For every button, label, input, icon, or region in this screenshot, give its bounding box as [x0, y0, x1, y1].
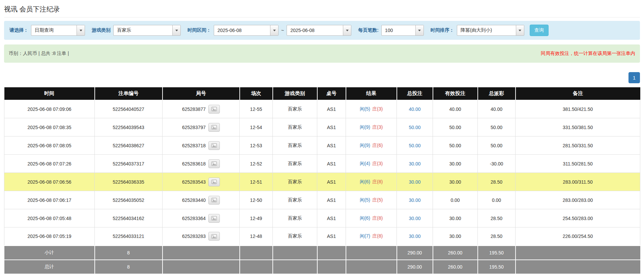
- chevron-down-icon[interactable]: [172, 25, 180, 35]
- cell-payout: 28.50: [478, 173, 516, 191]
- chevron-down-icon[interactable]: [415, 25, 423, 35]
- cell-round: 625283718: [163, 136, 240, 155]
- player-result: 闲(5): [360, 106, 370, 112]
- cell-game-type: 百家乐: [273, 173, 317, 191]
- date-range-separator: ~: [281, 28, 284, 33]
- date-from-select[interactable]: 2025-06-08: [214, 25, 279, 36]
- banker-result: 庄(8): [372, 179, 383, 184]
- round-number: 625283718: [182, 143, 206, 148]
- image-icon: [211, 216, 217, 220]
- view-result-button[interactable]: [208, 105, 220, 114]
- header-table: 桌号: [317, 87, 346, 100]
- sort-value: 降冪(由大到小): [457, 25, 516, 35]
- chevron-down-icon[interactable]: [516, 25, 524, 35]
- view-result-button[interactable]: [208, 123, 220, 132]
- total-bet-link[interactable]: 30.00: [409, 234, 420, 239]
- sort-select[interactable]: 降冪(由大到小): [457, 25, 524, 36]
- view-result-button[interactable]: [208, 196, 220, 205]
- image-icon: [211, 198, 217, 202]
- chevron-down-icon[interactable]: [343, 25, 351, 35]
- cell-remark: 281.50/331.50: [516, 136, 640, 155]
- cell-valid-bet: 50.00: [433, 136, 478, 155]
- round-number: 625283797: [182, 125, 206, 130]
- cell-round: 625283440: [163, 191, 240, 209]
- cell-time: 2025-06-08 07:08:05: [4, 136, 95, 155]
- total-bet-link[interactable]: 40.00: [409, 106, 420, 112]
- currency-summary: 币别：人民币 | 总共 :8 注单 |: [9, 51, 69, 57]
- page-button-1[interactable]: 1: [628, 72, 640, 83]
- total-count: 8: [95, 260, 163, 274]
- cell-time: 2025-06-08 07:06:56: [4, 173, 95, 191]
- cell-time: 2025-06-08 07:06:17: [4, 191, 95, 209]
- cell-bet-id: 522564037317: [95, 155, 163, 173]
- cell-session: 12-48: [240, 227, 273, 246]
- subtotal-empty: [346, 246, 397, 260]
- page-size-select[interactable]: 100: [381, 25, 424, 36]
- banker-result: 庄(5): [372, 197, 383, 203]
- total-empty: [317, 260, 346, 274]
- total-bet-link[interactable]: 50.00: [409, 125, 420, 130]
- date-range-label: 时间区间：: [187, 27, 211, 33]
- cell-table: AS1: [317, 173, 346, 191]
- chevron-down-icon[interactable]: [77, 25, 85, 35]
- round-number: 625283364: [182, 216, 206, 221]
- cell-bet-id: 522564035052: [95, 191, 163, 209]
- cell-game-type: 百家乐: [273, 118, 317, 136]
- query-type-value: 日期查询: [31, 25, 77, 35]
- game-type-select[interactable]: 百家乐: [113, 25, 181, 36]
- cell-total-bet: 30.00: [397, 173, 433, 191]
- header-valid-bet: 有效投注: [433, 87, 478, 100]
- cell-game-type: 百家乐: [273, 136, 317, 155]
- cell-payout: 28.50: [478, 209, 516, 227]
- cell-total-bet: 30.00: [397, 191, 433, 209]
- subtotal-label: 小计: [4, 246, 95, 260]
- header-session: 场次: [240, 87, 273, 100]
- banker-result: 庄(3): [372, 124, 383, 130]
- subtotal-count: 8: [95, 246, 163, 260]
- total-bet-link[interactable]: 30.00: [409, 197, 420, 203]
- total-bet-link[interactable]: 30.00: [409, 216, 420, 221]
- page-header: 视讯 会员下注纪录: [4, 0, 640, 18]
- image-icon: [211, 143, 217, 148]
- cell-game-type: 百家乐: [273, 191, 317, 209]
- subtotal-total-bet: 290.00: [397, 246, 433, 260]
- chevron-down-icon[interactable]: [270, 25, 278, 35]
- cell-result: 闲(4)庄(3): [346, 155, 397, 173]
- subtotal-empty: [317, 246, 346, 260]
- header-total-bet: 总投注: [397, 87, 433, 100]
- view-result-button[interactable]: [208, 159, 220, 168]
- banker-result: 庄(3): [372, 161, 383, 166]
- header-result: 结果: [346, 87, 397, 100]
- view-result-button[interactable]: [208, 232, 220, 241]
- cell-table: AS1: [317, 209, 346, 227]
- round-number: 625283283: [182, 234, 206, 239]
- cell-result: 闲(6)庄(8): [346, 209, 397, 227]
- cell-game-type: 百家乐: [273, 227, 317, 246]
- total-bet-link[interactable]: 30.00: [409, 161, 420, 166]
- total-bet-link[interactable]: 50.00: [409, 143, 420, 148]
- game-type-value: 百家乐: [114, 25, 172, 35]
- query-type-select[interactable]: 日期查询: [31, 25, 85, 36]
- view-result-button[interactable]: [208, 178, 220, 186]
- cell-time: 2025-06-08 07:08:35: [4, 118, 95, 136]
- cell-time: 2025-06-08 07:07:26: [4, 155, 95, 173]
- records-table: 时间 注单编号 局号 场次 游戏类别 桌号 结果 总投注 有效投注 总派彩 备注…: [4, 87, 640, 274]
- player-result: 闲(9): [360, 143, 370, 148]
- table-footer: 小计 8 290.00 260.00 195.50 总计 8: [4, 246, 640, 274]
- view-result-button[interactable]: [208, 141, 220, 150]
- cell-payout: -30.00: [478, 155, 516, 173]
- cell-valid-bet: 40.00: [433, 100, 478, 118]
- date-to-select[interactable]: 2025-06-08: [287, 25, 351, 36]
- total-bet-link[interactable]: 30.00: [409, 179, 420, 185]
- cell-bet-id: 522564039543: [95, 118, 163, 136]
- cell-game-type: 百家乐: [273, 155, 317, 173]
- total-empty: [163, 260, 240, 274]
- pagination: 1: [4, 72, 640, 83]
- table-row: 2025-06-08 07:05:48 522564034162 6252833…: [4, 209, 640, 227]
- total-valid-bet: 260.00: [433, 260, 478, 274]
- player-result: 闲(6): [360, 215, 370, 221]
- cell-result: 闲(6)庄(8): [346, 173, 397, 191]
- search-button[interactable]: 查询: [530, 25, 549, 36]
- cell-round: 625283364: [163, 209, 240, 227]
- view-result-button[interactable]: [208, 214, 220, 223]
